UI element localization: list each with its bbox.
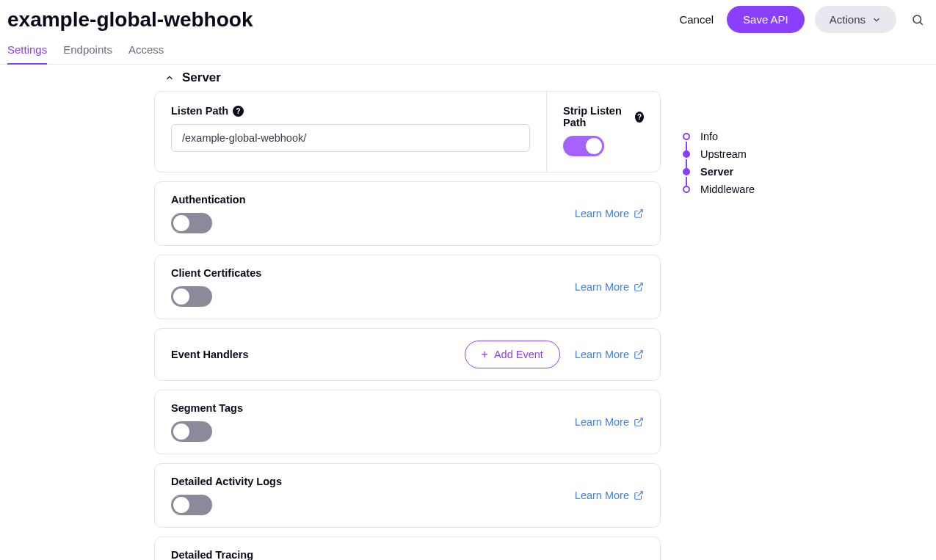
nav-label-server: Server xyxy=(700,166,733,178)
segment-tags-card: Segment Tags Learn More xyxy=(154,390,661,454)
svg-line-3 xyxy=(638,283,642,288)
client-certificates-toggle[interactable] xyxy=(171,286,212,307)
server-card: Listen Path ? Strip Listen Path ? xyxy=(154,91,661,172)
page-header: example-global-webhook Cancel Save API A… xyxy=(0,0,936,33)
learn-more-label: Learn More xyxy=(575,349,629,360)
tracing-card: Detailed Tracing Learn More xyxy=(154,537,661,560)
tab-settings[interactable]: Settings xyxy=(7,43,47,65)
learn-more-label: Learn More xyxy=(575,416,629,428)
svg-line-1 xyxy=(920,22,922,24)
svg-line-5 xyxy=(638,418,642,423)
activity-logs-card: Detailed Activity Logs Learn More xyxy=(154,463,661,528)
learn-more-label: Learn More xyxy=(575,281,629,293)
client-certificates-learn-more-link[interactable]: Learn More xyxy=(575,281,644,293)
nav-dot xyxy=(683,186,690,193)
question-icon[interactable]: ? xyxy=(233,106,244,117)
external-link-icon xyxy=(634,282,644,292)
chevron-up-icon xyxy=(164,73,175,83)
search-icon xyxy=(911,13,924,26)
chevron-down-icon xyxy=(871,15,882,25)
header-actions: Cancel Save API Actions xyxy=(676,6,929,33)
strip-listen-path-label: Strip Listen Path xyxy=(563,105,631,128)
svg-point-0 xyxy=(913,15,921,23)
external-link-icon xyxy=(634,490,644,501)
learn-more-label: Learn More xyxy=(575,490,629,501)
actions-label: Actions xyxy=(830,13,866,26)
event-handlers-learn-more-link[interactable]: Learn More xyxy=(575,349,644,360)
toggle-knob xyxy=(173,423,189,440)
add-event-button[interactable]: + Add Event xyxy=(465,341,560,368)
nav-item-upstream[interactable]: Upstream xyxy=(681,145,755,163)
event-handlers-card: Event Handlers + Add Event Learn More xyxy=(154,328,661,381)
nav-label-upstream: Upstream xyxy=(700,148,747,160)
nav-label-middleware: Middleware xyxy=(700,183,755,195)
nav-item-middleware[interactable]: Middleware xyxy=(681,181,755,198)
authentication-label: Authentication xyxy=(171,194,246,206)
authentication-toggle[interactable] xyxy=(171,213,212,233)
authentication-card: Authentication Learn More xyxy=(154,181,661,246)
page-title: example-global-webhook xyxy=(7,8,253,32)
toggle-knob xyxy=(586,138,602,154)
listen-path-label: Listen Path xyxy=(171,105,228,117)
external-link-icon xyxy=(634,417,644,427)
server-section-header[interactable]: Server xyxy=(154,65,661,91)
segment-tags-label: Segment Tags xyxy=(171,402,243,414)
nav-item-server[interactable]: Server xyxy=(681,163,755,181)
event-handlers-label: Event Handlers xyxy=(171,349,249,360)
svg-line-6 xyxy=(638,492,642,496)
svg-line-2 xyxy=(638,210,642,214)
add-event-label: Add Event xyxy=(494,349,543,360)
segment-tags-learn-more-link[interactable]: Learn More xyxy=(575,416,644,428)
nav-dot xyxy=(683,133,690,140)
section-nav: Info Upstream Server Middleware xyxy=(681,65,755,560)
external-link-icon xyxy=(634,349,644,360)
authentication-learn-more-link[interactable]: Learn More xyxy=(575,208,644,219)
tabs: Settings Endpoints Access xyxy=(0,33,936,65)
client-certificates-card: Client Certificates Learn More xyxy=(154,255,661,319)
actions-dropdown[interactable]: Actions xyxy=(815,6,896,33)
tracing-label: Detailed Tracing xyxy=(171,549,253,560)
tab-endpoints[interactable]: Endpoints xyxy=(63,43,112,65)
segment-tags-toggle[interactable] xyxy=(171,421,212,442)
tab-access[interactable]: Access xyxy=(128,43,164,65)
learn-more-label: Learn More xyxy=(575,208,629,219)
toggle-knob xyxy=(173,288,189,305)
listen-path-input[interactable] xyxy=(171,124,530,152)
strip-listen-path-toggle[interactable] xyxy=(563,136,604,156)
external-link-icon xyxy=(634,208,644,219)
activity-logs-toggle[interactable] xyxy=(171,495,212,515)
toggle-knob xyxy=(173,497,189,513)
nav-label-info: Info xyxy=(700,131,718,142)
svg-line-4 xyxy=(638,351,642,355)
client-certificates-label: Client Certificates xyxy=(171,267,261,279)
nav-item-info[interactable]: Info xyxy=(681,128,755,145)
plus-icon: + xyxy=(482,349,488,360)
toggle-knob xyxy=(173,215,189,231)
nav-dot xyxy=(683,150,690,158)
activity-logs-label: Detailed Activity Logs xyxy=(171,476,282,487)
cancel-button[interactable]: Cancel xyxy=(676,7,716,32)
question-icon[interactable]: ? xyxy=(635,112,644,123)
activity-logs-learn-more-link[interactable]: Learn More xyxy=(575,490,644,501)
nav-dot xyxy=(683,168,690,175)
save-api-button[interactable]: Save API xyxy=(727,6,805,33)
server-section-title: Server xyxy=(182,70,221,85)
search-button[interactable] xyxy=(907,9,929,31)
